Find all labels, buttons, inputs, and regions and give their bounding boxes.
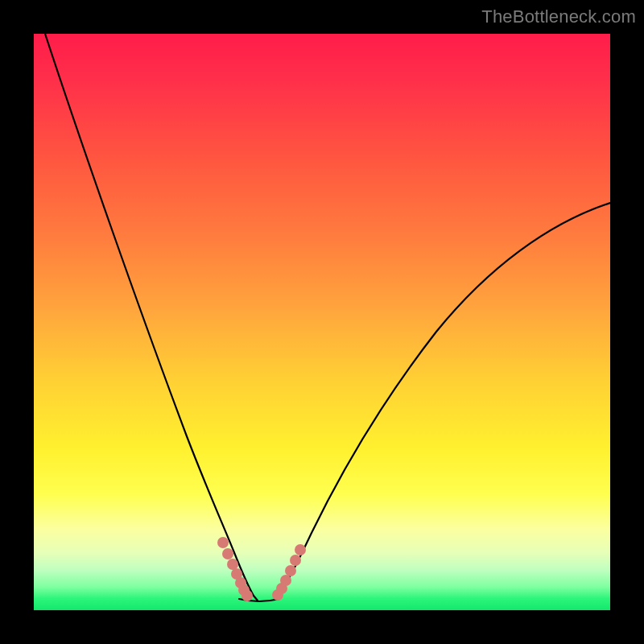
svg-point-11 bbox=[290, 555, 301, 566]
svg-point-10 bbox=[285, 565, 296, 576]
svg-point-12 bbox=[295, 544, 306, 555]
dots-left bbox=[217, 537, 253, 601]
svg-point-9 bbox=[280, 575, 291, 586]
watermark-label: TheBottleneck.com bbox=[481, 6, 636, 27]
left-curve bbox=[45, 34, 258, 601]
plot-area bbox=[34, 34, 610, 610]
dots-right bbox=[272, 544, 306, 601]
curves-svg bbox=[34, 34, 610, 610]
svg-point-1 bbox=[222, 548, 233, 559]
chart-frame: TheBottleneck.com bbox=[0, 0, 644, 644]
right-curve bbox=[275, 203, 610, 599]
svg-point-2 bbox=[227, 559, 238, 570]
svg-point-0 bbox=[217, 537, 229, 548]
svg-point-6 bbox=[242, 590, 253, 601]
